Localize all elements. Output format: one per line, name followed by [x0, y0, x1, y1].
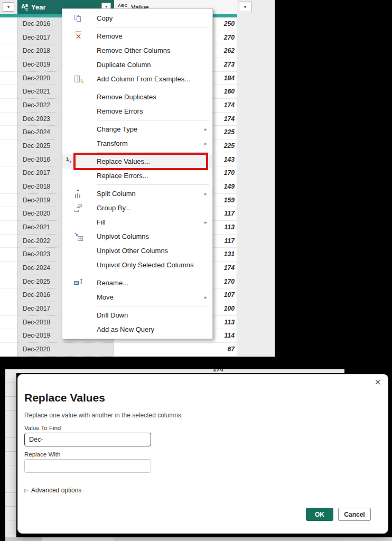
row-selector-cell[interactable] — [0, 288, 17, 302]
row-selector-cell[interactable] — [0, 99, 17, 113]
menu-item-move[interactable]: Move ▸ — [62, 290, 212, 304]
row-selector-column-header[interactable]: ▾ — [0, 0, 17, 14]
row-selector-cell[interactable] — [0, 329, 17, 343]
cancel-button[interactable]: Cancel — [338, 508, 371, 521]
submenu-arrow-icon: ▸ — [204, 126, 207, 132]
menu-item-remove-errors[interactable]: Remove Errors — [62, 104, 212, 118]
row-selector-cell[interactable] — [0, 262, 17, 275]
submenu-arrow-icon: ▸ — [204, 191, 207, 197]
replace-with-label: Replace With — [24, 451, 60, 458]
menu-item-add-as-new-query[interactable]: Add as New Query — [62, 322, 212, 337]
menu-separator — [97, 306, 209, 306]
advanced-options-label: Advanced options — [31, 487, 81, 494]
copy-icon — [74, 14, 83, 23]
row-selector-cell[interactable] — [0, 44, 17, 58]
group-by-icon — [74, 204, 83, 212]
add-column-from-examples-icon: ϟ — [74, 75, 83, 83]
menu-item-change-type[interactable]: Change Type ▸ — [62, 122, 212, 136]
row-selector-cell[interactable] — [0, 153, 17, 167]
value-to-find-input[interactable] — [24, 433, 151, 446]
value-filter-dropdown-icon[interactable]: ▾ — [239, 2, 251, 12]
menu-separator — [97, 120, 209, 120]
row-selector-cell[interactable] — [0, 343, 17, 357]
row-selector-cell[interactable] — [0, 235, 17, 248]
dialog-buttons: OK Cancel — [306, 508, 371, 521]
menu-item-duplicate-column[interactable]: Duplicate Column — [62, 58, 212, 72]
submenu-arrow-icon: ▸ — [204, 294, 207, 300]
menu-item-replace-values[interactable]: 1↳2 Replace Values... — [62, 154, 212, 169]
menu-item-replace-errors[interactable]: Replace Errors... — [62, 169, 212, 183]
replace-values-dialog: × Replace Values Replace one value with … — [17, 374, 388, 534]
submenu-arrow-icon: ▸ — [204, 141, 207, 146]
row-selector-cell[interactable] — [0, 72, 17, 86]
menu-item-remove[interactable]: ✕ Remove — [62, 29, 212, 43]
menu-separator — [97, 88, 209, 88]
dialog-description: Replace one value with another in the se… — [24, 412, 183, 419]
menu-separator — [97, 152, 209, 153]
row-selector-cell[interactable] — [0, 180, 17, 194]
text-type-icon: A B C — [21, 4, 28, 11]
menu-separator — [97, 184, 209, 185]
replace-with-input[interactable] — [24, 459, 151, 473]
row-selector-cell[interactable] — [0, 113, 17, 126]
replace-values-icon: 1↳2 — [66, 157, 76, 166]
ok-button[interactable]: OK — [306, 508, 333, 521]
remove-icon: ✕ — [74, 32, 83, 41]
row-selector-cell[interactable] — [0, 126, 17, 139]
menu-item-remove-other-columns[interactable]: Remove Other Columns — [62, 43, 212, 58]
row-selector-cell[interactable] — [0, 207, 17, 221]
menu-item-copy[interactable]: Copy — [62, 11, 212, 25]
background-table-bottom — [5, 537, 392, 541]
menu-item-unpivot-only-selected-columns[interactable]: Unpivot Only Selected Columns — [62, 258, 212, 272]
row-selector-cell[interactable] — [0, 58, 17, 72]
row-selector-cell[interactable] — [0, 275, 17, 289]
split-column-icon — [74, 190, 83, 198]
menu-separator — [97, 274, 209, 274]
column-context-menu: Copy ✕ Remove Remove Other Columns Dupli… — [62, 8, 213, 339]
menu-item-remove-duplicates[interactable]: Remove Duplicates — [62, 90, 212, 104]
background-table-remnant: 174 — [5, 369, 344, 373]
menu-item-drill-down[interactable]: Drill Down — [62, 308, 212, 322]
row-selector-cell[interactable] — [0, 85, 17, 99]
background-table-edge — [5, 369, 16, 537]
row-selector-cell[interactable] — [0, 194, 17, 208]
menu-item-unpivot-other-columns[interactable]: Unpivot Other Columns — [62, 244, 212, 258]
value-cell[interactable]: 67 — [114, 343, 237, 357]
dialog-title: Replace Values — [24, 391, 105, 404]
row-selector-cell[interactable] — [0, 139, 17, 153]
screenshot-stage: ▾ A B C Year ▾ ABC --- Value — [0, 0, 392, 541]
table-row: Dec-2020 67 — [0, 343, 237, 357]
year-cell[interactable]: Dec-2020 — [17, 343, 114, 357]
menu-item-unpivot-columns[interactable]: ↘ Unpivot Columns — [62, 229, 212, 244]
row-selector-cell[interactable] — [0, 302, 17, 316]
menu-item-transform[interactable]: Transform ▸ — [62, 136, 212, 151]
rename-icon: I — [74, 279, 83, 287]
partial-value-text: 174 — [213, 369, 223, 373]
filter-dropdown-icon[interactable]: ▾ — [3, 2, 14, 12]
row-selector-cell[interactable] — [0, 31, 17, 45]
menu-item-fill[interactable]: Fill ▸ — [62, 215, 212, 229]
menu-item-split-column[interactable]: Split Column ▸ — [62, 186, 212, 201]
menu-item-add-column-from-examples[interactable]: ϟ Add Column From Examples... — [62, 72, 212, 86]
unpivot-columns-icon: ↘ — [74, 232, 83, 241]
year-column-label: Year — [31, 3, 45, 11]
value-to-find-label: Value To Find — [24, 425, 61, 431]
menu-item-group-by[interactable]: Group By... — [62, 201, 212, 215]
advanced-options-toggle[interactable]: ▷ Advanced options — [24, 487, 81, 494]
row-selector-cell[interactable] — [0, 166, 17, 180]
row-selector-cell[interactable] — [0, 17, 17, 31]
expander-triangle-icon: ▷ — [24, 488, 28, 493]
row-selector-cell[interactable] — [0, 221, 17, 235]
row-selector-cell[interactable] — [0, 248, 17, 262]
close-icon[interactable]: × — [375, 377, 381, 387]
row-selector-cell[interactable] — [0, 316, 17, 330]
submenu-arrow-icon: ▸ — [204, 219, 207, 225]
menu-separator — [97, 27, 209, 27]
menu-item-rename[interactable]: I Rename... — [62, 276, 212, 290]
